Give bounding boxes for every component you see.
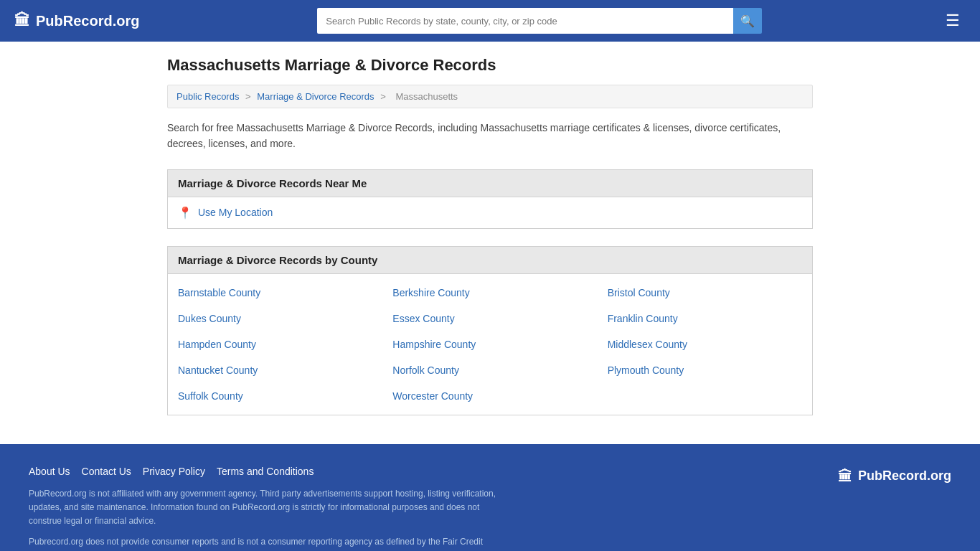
breadcrumb-separator-1: >	[245, 91, 253, 102]
county-item: Suffolk County	[168, 383, 382, 409]
breadcrumb-link-marriage-divorce[interactable]: Marriage & Divorce Records	[257, 91, 374, 102]
near-me-section: 📍 Use My Location	[167, 197, 813, 229]
hamburger-icon: ☰	[946, 11, 960, 29]
use-location-label: Use My Location	[198, 207, 273, 218]
search-icon: 🔍	[740, 14, 755, 28]
county-item	[598, 383, 812, 409]
footer-link[interactable]: Contact Us	[82, 466, 131, 477]
search-input[interactable]	[317, 8, 733, 34]
logo-text: PubRecord.org	[36, 13, 139, 29]
footer-logo-text: PubRecord.org	[858, 468, 951, 484]
footer-building-icon: 🏛	[838, 468, 852, 485]
location-icon: 📍	[178, 206, 192, 220]
county-link[interactable]: Dukes County	[178, 313, 241, 324]
county-link[interactable]: Bristol County	[608, 287, 670, 298]
logo-link[interactable]: 🏛 PubRecord.org	[14, 11, 139, 30]
county-link[interactable]: Nantucket County	[178, 364, 258, 376]
search-button[interactable]: 🔍	[733, 8, 762, 34]
county-link[interactable]: Norfolk County	[392, 364, 459, 376]
breadcrumb-link-public-records[interactable]: Public Records	[176, 91, 239, 102]
county-link[interactable]: Essex County	[392, 313, 454, 324]
county-section: Barnstable CountyBerkshire CountyBristol…	[167, 274, 813, 415]
use-my-location-link[interactable]: 📍 Use My Location	[178, 206, 802, 220]
breadcrumb-current: Massachusetts	[395, 91, 458, 102]
header: 🏛 PubRecord.org 🔍 ☰	[0, 0, 980, 42]
footer-left: About UsContact UsPrivacy PolicyTerms an…	[29, 466, 502, 551]
footer-links: About UsContact UsPrivacy PolicyTerms an…	[29, 466, 502, 477]
county-link[interactable]: Hampden County	[178, 339, 256, 350]
county-item: Berkshire County	[382, 280, 597, 306]
breadcrumb: Public Records > Marriage & Divorce Reco…	[167, 85, 813, 108]
county-item: Plymouth County	[598, 357, 812, 383]
footer-link[interactable]: About Us	[29, 466, 70, 477]
county-link[interactable]: Barnstable County	[178, 287, 260, 298]
county-item: Hampden County	[168, 331, 382, 357]
county-item: Middlesex County	[598, 331, 812, 357]
county-link[interactable]: Berkshire County	[392, 287, 469, 298]
county-link[interactable]: Middlesex County	[608, 339, 687, 350]
county-item: Bristol County	[598, 280, 812, 306]
county-item: Barnstable County	[168, 280, 382, 306]
county-item: Hampshire County	[382, 331, 597, 357]
menu-button[interactable]: ☰	[940, 9, 966, 33]
county-item: Norfolk County	[382, 357, 597, 383]
county-item: Worcester County	[382, 383, 597, 409]
county-link[interactable]: Suffolk County	[178, 390, 243, 402]
footer-link[interactable]: Privacy Policy	[143, 466, 205, 477]
county-item: Dukes County	[168, 306, 382, 331]
footer-text-2: Pubrecord.org does not provide consumer …	[29, 535, 502, 551]
page-description: Search for free Massachusetts Marriage &…	[167, 120, 813, 152]
county-item: Franklin County	[598, 306, 812, 331]
breadcrumb-separator-2: >	[380, 91, 388, 102]
county-item: Essex County	[382, 306, 597, 331]
page-title: Massachusetts Marriage & Divorce Records	[167, 56, 813, 75]
building-icon: 🏛	[14, 11, 30, 30]
main-content: Massachusetts Marriage & Divorce Records…	[153, 42, 827, 444]
county-item: Nantucket County	[168, 357, 382, 383]
county-grid: Barnstable CountyBerkshire CountyBristol…	[168, 274, 812, 415]
search-bar: 🔍	[317, 8, 762, 34]
footer-text-1: PubRecord.org is not affiliated with any…	[29, 487, 502, 529]
footer-logo: 🏛 PubRecord.org	[838, 466, 951, 551]
county-section-header: Marriage & Divorce Records by County	[167, 246, 813, 274]
footer: About UsContact UsPrivacy PolicyTerms an…	[0, 444, 980, 551]
county-link[interactable]: Worcester County	[392, 390, 473, 402]
footer-link[interactable]: Terms and Conditions	[217, 466, 314, 477]
near-me-section-header: Marriage & Divorce Records Near Me	[167, 169, 813, 197]
county-link[interactable]: Hampshire County	[392, 339, 476, 350]
county-link[interactable]: Plymouth County	[608, 364, 684, 376]
county-link[interactable]: Franklin County	[608, 313, 678, 324]
